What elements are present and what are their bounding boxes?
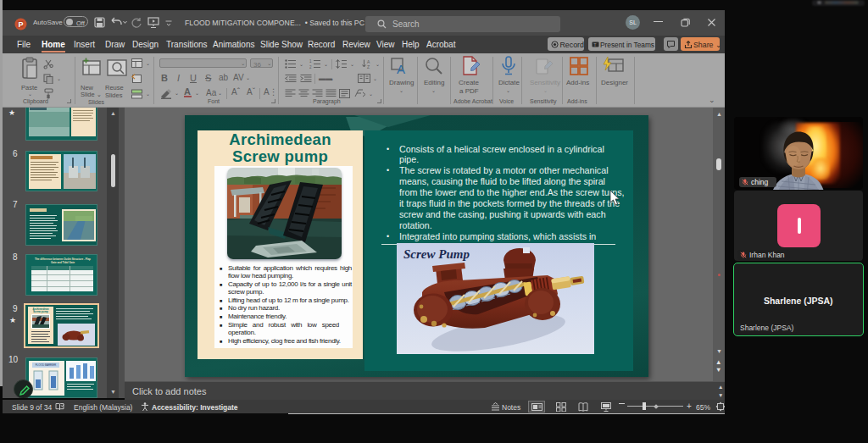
svg-text:Z: Z (367, 64, 370, 69)
svg-text:P: P (19, 20, 24, 29)
svg-text:1: 1 (309, 59, 312, 64)
svg-text:A: A (397, 62, 405, 75)
svg-text:2: 2 (309, 65, 312, 69)
svg-text:Screw Pump: Screw Pump (403, 247, 470, 261)
